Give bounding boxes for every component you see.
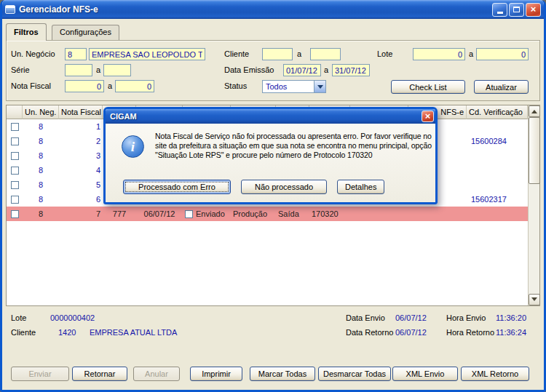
xml-envio-button[interactable]: XML Envio — [392, 367, 458, 381]
dialog-titlebar[interactable]: CIGAM × — [106, 109, 435, 124]
cell-nota-fiscal: 3 — [59, 148, 103, 163]
cell-nota-fiscal: 6 — [59, 192, 103, 207]
dialog-body: i Nota Fiscal de Serviço não foi process… — [106, 124, 435, 202]
row-select-checkbox[interactable] — [11, 123, 19, 131]
cliente-from-input[interactable] — [262, 48, 293, 60]
data-emissao-to-input[interactable] — [332, 64, 370, 76]
app-icon — [5, 5, 15, 14]
lote-to-input[interactable] — [476, 48, 529, 60]
serie-from-input[interactable] — [65, 64, 92, 76]
data-emissao-from-input[interactable] — [283, 64, 321, 76]
nao-processado-button[interactable]: Não processado — [241, 180, 327, 194]
window-controls: × — [492, 3, 541, 17]
scroll-up-icon — [531, 107, 537, 113]
row-select-checkbox[interactable] — [11, 196, 19, 204]
cell-select — [7, 163, 23, 177]
cell-extra — [350, 207, 408, 221]
cell-un-neg: 8 — [23, 134, 59, 148]
cell-nota-fiscal: 2 — [59, 134, 103, 148]
close-button[interactable]: × — [526, 3, 541, 17]
cell-select — [7, 207, 23, 221]
tab-filtros[interactable]: Filtros — [6, 23, 47, 41]
check-list-button[interactable]: Check List — [391, 80, 465, 94]
cell-select — [7, 119, 23, 134]
cell-enviado: Enviado — [183, 207, 231, 221]
summary-hora-envio-value: 11:36:20 — [496, 313, 526, 324]
scroll-up-button[interactable] — [529, 105, 540, 117]
un-negocio-label: Un. Negócio — [11, 48, 55, 60]
cell-protocolo: 170320 — [309, 207, 350, 221]
scroll-down-button[interactable] — [529, 294, 540, 305]
minimize-button[interactable] — [492, 3, 507, 17]
cell-nota-fiscal: 5 — [59, 177, 103, 192]
cigam-dialog: CIGAM × i Nota Fiscal de Serviço não foi… — [103, 107, 438, 204]
chevron-down-icon[interactable] — [314, 81, 325, 92]
summary-cliente-name: EMPRESA ATUAL LTDA — [90, 327, 177, 338]
summary-hora-envio-label: Hora Envio — [446, 313, 486, 324]
lote-range-separator: a — [469, 48, 473, 60]
enviar-button[interactable]: Enviar — [11, 367, 69, 381]
dialog-close-button[interactable]: × — [422, 111, 434, 122]
row-select-checkbox[interactable] — [11, 167, 19, 175]
tab-configuracoes[interactable]: Configurações — [52, 25, 119, 40]
header-cd-verificacao[interactable]: Cd. Verificação — [467, 105, 528, 119]
nota-fiscal-to-input[interactable] — [115, 80, 154, 92]
header-un-neg[interactable]: Un. Neg. — [23, 105, 59, 119]
cell-nota-fiscal: 4 — [59, 163, 103, 177]
nota-fiscal-from-input[interactable] — [65, 80, 104, 92]
row-select-checkbox[interactable] — [11, 210, 19, 218]
chevron-down-glyph — [317, 85, 323, 92]
desmarcar-todas-button[interactable]: Desmarcar Todas — [318, 367, 391, 381]
un-negocio-code-input[interactable] — [65, 48, 87, 60]
cell-cd-verificacao: 15600284 — [467, 134, 528, 148]
client-area: Filtros Configurações Un. Negócio Client… — [2, 19, 544, 390]
cell-cd-verificacao — [467, 163, 528, 177]
row-select-checkbox[interactable] — [11, 181, 19, 189]
summary-cliente-label: Cliente — [11, 327, 36, 338]
cell-nota-fiscal: 7 — [59, 207, 103, 221]
un-negocio-name-input[interactable] — [89, 48, 205, 60]
cell-un-neg: 8 — [23, 177, 59, 192]
nota-fiscal-range-separator: a — [108, 80, 112, 92]
titlebar[interactable]: Gerenciador NFS-e × — [2, 0, 544, 19]
status-selected-value: Todos — [263, 81, 314, 92]
tab-filtros-label: Filtros — [14, 28, 39, 36]
maximize-button[interactable] — [509, 3, 524, 17]
header-select[interactable] — [7, 105, 23, 119]
serie-range-separator: a — [96, 64, 100, 76]
cell-select — [7, 148, 23, 163]
retornar-button[interactable]: Retornar — [72, 367, 127, 381]
processado-com-erro-button[interactable]: Processado com Erro — [123, 180, 231, 194]
serie-label: Série — [11, 64, 30, 76]
scroll-thumb[interactable] — [529, 117, 540, 184]
anular-button[interactable]: Anular — [133, 367, 180, 381]
status-select[interactable]: Todos — [262, 80, 326, 93]
xml-retorno-button[interactable]: XML Retorno — [461, 367, 529, 381]
marcar-todas-button[interactable]: Marcar Todas — [250, 367, 315, 381]
cell-nfse — [408, 207, 467, 221]
enviado-checkbox[interactable] — [185, 210, 193, 218]
scroll-down-icon — [531, 297, 537, 304]
row-select-checkbox[interactable] — [11, 152, 19, 160]
lote-label: Lote — [377, 48, 392, 60]
detalhes-button[interactable]: Detalhes — [337, 180, 384, 194]
summary-lote-label: Lote — [11, 313, 26, 324]
cliente-to-input[interactable] — [310, 48, 341, 60]
lote-from-input[interactable] — [413, 48, 465, 60]
cliente-range-separator: a — [297, 48, 301, 60]
cell-nota-fiscal: 1 — [59, 119, 103, 134]
grid-row-7-selected[interactable]: 8 7 777 06/07/12 Enviado Produção Saída … — [7, 207, 528, 221]
window-title: Gerenciador NFS-e — [19, 4, 488, 15]
serie-to-input[interactable] — [103, 64, 131, 76]
row-select-checkbox[interactable] — [11, 137, 19, 145]
cell-un-neg: 8 — [23, 207, 59, 221]
vertical-scrollbar[interactable] — [528, 105, 539, 305]
dialog-message: Nota Fiscal de Serviço não foi processad… — [155, 132, 433, 160]
info-icon: i — [122, 135, 144, 158]
atualizar-button[interactable]: Atualizar — [474, 80, 529, 94]
summary-data-envio-value: 06/07/12 — [395, 313, 427, 324]
cell-cd-verificacao — [467, 177, 528, 192]
header-nota-fiscal[interactable]: Nota Fiscal — [59, 105, 103, 119]
status-label: Status — [224, 80, 247, 92]
imprimir-button[interactable]: Imprimir — [190, 367, 242, 381]
